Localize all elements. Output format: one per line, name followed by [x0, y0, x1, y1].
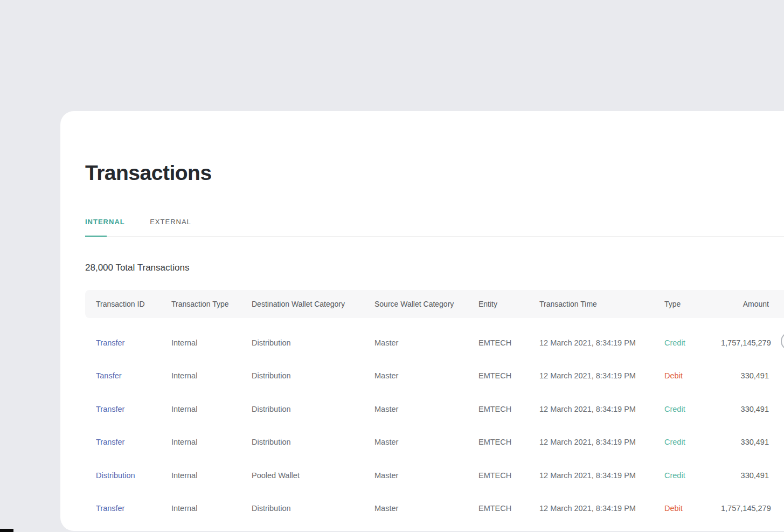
table-row: Transfer Internal Distribution Master EM… — [85, 492, 784, 526]
amount-cell: 1,757,145,279 — [721, 338, 784, 347]
transaction-type-cell: Internal — [171, 504, 252, 513]
entity-cell: EMTECH — [478, 471, 539, 480]
source-wallet-cell: Master — [374, 405, 478, 413]
destination-wallet-cell: Distribution — [252, 338, 374, 347]
type-cell: Credit — [664, 438, 721, 446]
transaction-time-cell: 12 March 2021, 8:34:19 PM — [539, 438, 664, 446]
table-row: Transfer Internal Distribution Master EM… — [85, 426, 784, 459]
amount-cell: 330,491 — [721, 471, 784, 480]
source-wallet-cell: Master — [374, 504, 478, 513]
transactions-card: Transactions INTERNAL EXTERNAL 28,000 To… — [60, 111, 784, 531]
table-row: Tansfer Internal Distribution Master EMT… — [85, 360, 784, 393]
transaction-id-link[interactable]: Transfer — [96, 338, 171, 347]
type-cell: Debit — [664, 371, 721, 380]
column-header-destination-wallet-category: Destination Wallet Category — [252, 300, 374, 308]
column-header-transaction-type: Transaction Type — [171, 300, 252, 308]
column-header-source-wallet-category: Source Wallet Category — [374, 300, 478, 308]
amount-cell: 1,757,145,279 — [721, 504, 784, 513]
transaction-type-cell: Internal — [171, 405, 252, 413]
column-header-type: Type — [664, 300, 721, 308]
entity-cell: EMTECH — [478, 438, 539, 446]
tab-internal[interactable]: INTERNAL — [85, 218, 125, 236]
transaction-id-link[interactable]: Tansfer — [96, 371, 171, 380]
transaction-id-link[interactable]: Transfer — [96, 438, 171, 446]
column-header-entity: Entity — [478, 300, 539, 308]
transaction-time-cell: 12 March 2021, 8:34:19 PM — [539, 338, 664, 347]
tab-external[interactable]: EXTERNAL — [150, 218, 191, 236]
table-row: Transfer Internal Distribution Master EM… — [85, 392, 784, 426]
column-header-amount: Amount — [721, 300, 784, 308]
tab-bar: INTERNAL EXTERNAL — [85, 217, 784, 237]
transaction-id-link[interactable]: Distribution — [96, 471, 171, 480]
entity-cell: EMTECH — [478, 371, 539, 380]
table-row: Transfer Internal Distribution Master EM… — [85, 326, 784, 360]
page-title: Transactions — [85, 161, 784, 185]
transaction-type-cell: Internal — [171, 438, 252, 446]
transaction-time-cell: 12 March 2021, 8:34:19 PM — [539, 371, 664, 380]
transaction-type-cell: Internal — [171, 338, 252, 347]
total-transactions-count: 28,000 Total Transactions — [85, 262, 784, 273]
source-wallet-cell: Master — [374, 471, 478, 480]
type-cell: Credit — [664, 338, 721, 347]
transaction-time-cell: 12 March 2021, 8:34:19 PM — [539, 471, 664, 480]
destination-wallet-cell: Pooled Wallet — [252, 471, 374, 480]
source-wallet-cell: Master — [374, 338, 478, 347]
destination-wallet-cell: Distribution — [252, 438, 374, 446]
amount-cell: 330,491 — [721, 405, 784, 413]
source-wallet-cell: Master — [374, 371, 478, 380]
entity-cell: EMTECH — [478, 504, 539, 513]
table-body: Transfer Internal Distribution Master EM… — [85, 318, 784, 525]
table-header-row: Transaction ID Transaction Type Destinat… — [85, 290, 784, 318]
column-header-transaction-time: Transaction Time — [539, 300, 664, 308]
type-cell: Credit — [664, 471, 721, 480]
entity-cell: EMTECH — [478, 338, 539, 347]
entity-cell: EMTECH — [478, 405, 539, 413]
transactions-table: Transaction ID Transaction Type Destinat… — [85, 290, 784, 525]
transaction-time-cell: 12 March 2021, 8:34:19 PM — [539, 504, 664, 513]
amount-cell: 330,491 — [721, 438, 784, 446]
table-row: Distribution Internal Pooled Wallet Mast… — [85, 459, 784, 492]
transaction-id-link[interactable]: Transfer — [96, 504, 171, 513]
destination-wallet-cell: Distribution — [252, 504, 374, 513]
type-cell: Credit — [664, 405, 721, 413]
column-header-transaction-id: Transaction ID — [96, 300, 171, 308]
transaction-type-cell: Internal — [171, 371, 252, 380]
amount-cell: 330,491 — [721, 371, 784, 380]
destination-wallet-cell: Distribution — [252, 405, 374, 413]
type-cell: Debit — [664, 504, 721, 513]
transaction-time-cell: 12 March 2021, 8:34:19 PM — [539, 405, 664, 413]
source-wallet-cell: Master — [374, 438, 478, 446]
destination-wallet-cell: Distribution — [252, 371, 374, 380]
screen-artifact — [0, 529, 13, 532]
transaction-id-link[interactable]: Transfer — [96, 405, 171, 413]
transaction-type-cell: Internal — [171, 471, 252, 480]
